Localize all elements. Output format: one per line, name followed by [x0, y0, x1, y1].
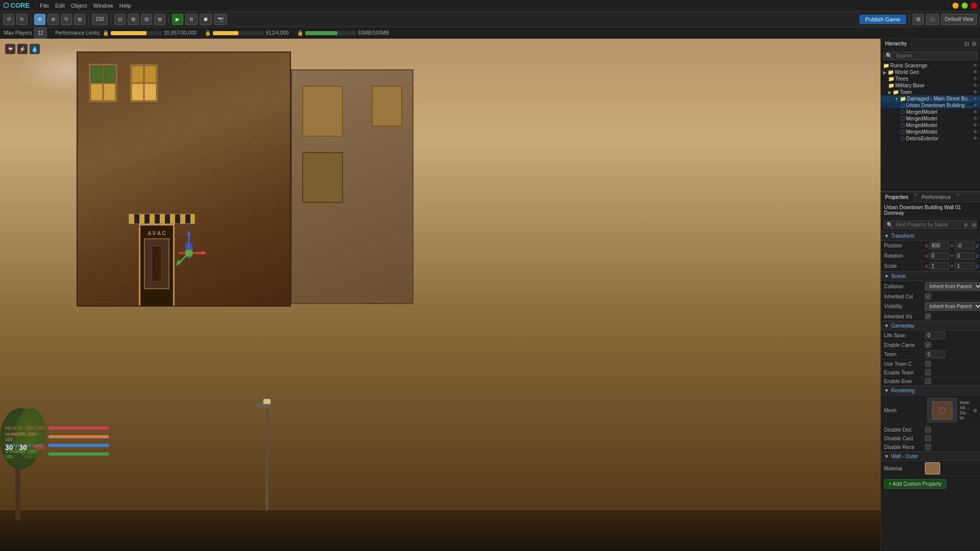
- prop-object-name: Urban Downtown Building Wall 01 Doorway: [881, 203, 980, 218]
- hier-ruins-eye[interactable]: 👁: [973, 63, 978, 68]
- publish-button[interactable]: Publish Game: [860, 15, 906, 24]
- menu-object[interactable]: Object: [71, 3, 87, 9]
- hier-urban[interactable]: ⬡ Urban Downtown Building Wa... 👁: [881, 102, 980, 109]
- toolbar-extra2[interactable]: ⊞: [154, 14, 165, 25]
- toolbar-undo[interactable]: ↺: [3, 14, 14, 25]
- properties-close-icon[interactable]: ✕: [914, 192, 918, 202]
- enablecam-check[interactable]: ✓: [925, 342, 931, 348]
- menu-window[interactable]: Window: [93, 3, 113, 9]
- hier-damaged[interactable]: ▼ 📁 Damaged - Main Street Building 👁: [881, 95, 980, 102]
- perf-close-icon[interactable]: ✕: [956, 192, 960, 202]
- hier-merged1[interactable]: ⬡ MergedModel 👁: [881, 109, 980, 115]
- hierarchy-search-input[interactable]: [895, 52, 977, 60]
- toolbar-cam[interactable]: 🎥: [926, 14, 939, 25]
- toolbar-extra1[interactable]: ⊟: [141, 14, 152, 25]
- inherited-col-check[interactable]: ✓: [925, 293, 931, 299]
- prop-search[interactable]: 🔍 ⊕ ⊞: [884, 220, 977, 229]
- visibility-row: Visibility Inherit from Parent: [881, 301, 980, 312]
- rot-y-input[interactable]: [954, 252, 975, 260]
- transform-section: ▼ Transform Position X Y: [881, 231, 980, 271]
- disabledist-check[interactable]: [925, 427, 931, 433]
- hier-merged2[interactable]: ⬡ MergedModel 👁: [881, 115, 980, 122]
- minimize-button[interactable]: [952, 3, 959, 9]
- hier-milbase-eye[interactable]: 👁: [973, 83, 978, 88]
- hier-debris[interactable]: ⬡ DebrisExterior 👁: [881, 135, 980, 142]
- enableener-check[interactable]: [925, 378, 931, 384]
- toolbar-redo[interactable]: ↻: [16, 14, 28, 25]
- hierarchy-filter-icon[interactable]: ⊟: [964, 40, 969, 47]
- hier-damaged-eye[interactable]: 👁: [973, 96, 978, 102]
- toolbar-snap[interactable]: 150: [92, 14, 108, 25]
- properties-tab[interactable]: Properties: [881, 192, 913, 202]
- pause-button[interactable]: ⏸: [185, 14, 198, 25]
- disablecast-check[interactable]: [925, 435, 931, 441]
- hier-merged4[interactable]: ⬡ MergedModel 👁: [881, 129, 980, 135]
- hier-trees[interactable]: 📁 Trees 👁: [881, 76, 980, 82]
- play-button[interactable]: ▶: [172, 14, 183, 25]
- hier-urban-eye[interactable]: 👁: [973, 103, 978, 108]
- stop-button[interactable]: ⏹: [200, 14, 212, 25]
- toolbar-rotate[interactable]: ↻: [61, 14, 72, 25]
- menu-help[interactable]: Help: [119, 3, 131, 9]
- max-players-value[interactable]: 12: [34, 28, 47, 39]
- hier-merged3-eye[interactable]: 👁: [973, 122, 978, 128]
- hier-merged4-eye[interactable]: 👁: [973, 129, 978, 135]
- useteam-check[interactable]: [925, 361, 931, 367]
- hier-merged3[interactable]: ⬡ MergedModel 👁: [881, 122, 980, 129]
- disablerece-check[interactable]: [925, 444, 931, 450]
- mesh-link-icon[interactable]: ⊕: [973, 408, 977, 413]
- inherited-vis-check[interactable]: ✓: [925, 313, 931, 319]
- perf-bar1-bg: [111, 31, 162, 35]
- rot-x-input[interactable]: [929, 252, 949, 260]
- collision-dropdown[interactable]: Inherit from Parent: [925, 282, 980, 291]
- view-options[interactable]: ⊞: [913, 14, 924, 25]
- toolbar-local[interactable]: ⊡: [114, 14, 126, 25]
- material-swatch[interactable]: [925, 462, 940, 474]
- hier-town-eye[interactable]: 👁: [973, 89, 978, 95]
- maximize-button[interactable]: [962, 3, 968, 9]
- toolbar-scale[interactable]: ⊞: [74, 14, 85, 25]
- hier-worldgeo-eye[interactable]: 👁: [973, 69, 978, 75]
- hierarchy-tab[interactable]: Hierarchy: [881, 39, 912, 49]
- viewport[interactable]: A V A C: [0, 39, 880, 551]
- menu-edit[interactable]: Edit: [55, 3, 65, 9]
- add-custom-button[interactable]: + Add Custom Property: [884, 479, 946, 489]
- hier-milbase[interactable]: 📁 Military Base 👁: [881, 82, 980, 89]
- prop-search-input[interactable]: [895, 221, 962, 229]
- scene-header[interactable]: ▼ Scene: [881, 271, 980, 281]
- prop-paste-icon[interactable]: ⊞: [970, 222, 978, 228]
- toolbar-screenshot[interactable]: 📷: [214, 14, 227, 25]
- hier-debris-eye[interactable]: 👁: [973, 136, 978, 141]
- scale-x-input[interactable]: [929, 262, 949, 270]
- hierarchy-settings-icon[interactable]: ⚙: [971, 40, 977, 47]
- hier-trees-eye[interactable]: 👁: [973, 76, 978, 82]
- hier-worldgeo[interactable]: ▶ 📁 World Geo 👁: [881, 69, 980, 76]
- prop-copy-icon[interactable]: ⊕: [962, 222, 970, 228]
- team-input[interactable]: [925, 350, 945, 358]
- pos-y-input[interactable]: [954, 242, 975, 249]
- visibility-dropdown[interactable]: Inherit from Parent: [925, 302, 980, 311]
- hier-merged2-eye[interactable]: 👁: [973, 116, 978, 121]
- hier-ruins[interactable]: 📁 Ruins Scavenge 👁: [881, 62, 980, 69]
- close-button[interactable]: [971, 3, 977, 9]
- transform-header[interactable]: ▼ Transform: [881, 231, 980, 241]
- hierarchy-search[interactable]: 🔍: [883, 52, 978, 60]
- scale-y-input[interactable]: [954, 262, 975, 270]
- toolbar-move[interactable]: ⊕: [47, 14, 59, 25]
- disablerece-label: Disable Rece: [884, 444, 925, 450]
- menu-file[interactable]: File: [40, 3, 49, 9]
- default-view[interactable]: Default View: [941, 14, 977, 25]
- toolbar-select[interactable]: ✥: [34, 14, 45, 25]
- rendering-header[interactable]: ▼ Rendering: [881, 386, 980, 395]
- pos-x-input[interactable]: [929, 242, 949, 249]
- gameplay-header[interactable]: ▼ Gameplay: [881, 321, 980, 331]
- mesh-thumbnail[interactable]: ⬡: [927, 397, 958, 423]
- enableteam-check[interactable]: [925, 369, 931, 375]
- lifespan-input[interactable]: [925, 332, 945, 339]
- performance-tab[interactable]: Performance: [918, 192, 955, 202]
- hier-merged1-eye[interactable]: 👁: [973, 109, 978, 115]
- disablecast-row: Disable Cast: [881, 434, 980, 443]
- hier-town[interactable]: ▶ 📁 Town 👁: [881, 89, 980, 95]
- wall-outer-header[interactable]: ▼ Wall - Outer: [881, 452, 980, 461]
- toolbar-grid[interactable]: ⊞: [128, 14, 139, 25]
